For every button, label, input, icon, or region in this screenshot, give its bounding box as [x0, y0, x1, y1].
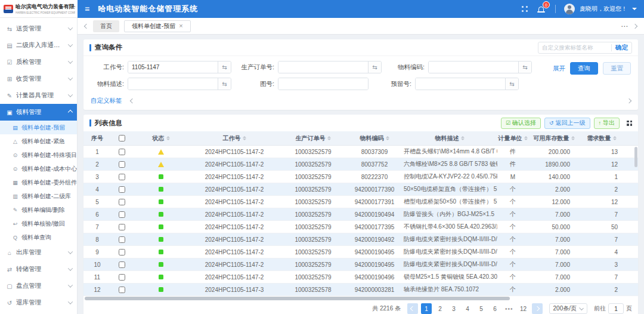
- tabs-scroll-left-icon[interactable]: [84, 23, 89, 28]
- column-header-unit[interactable]: 计量单位: [497, 131, 528, 145]
- page-size-select[interactable]: 200条/页: [549, 303, 587, 314]
- sidebar-item[interactable]: ▤二级库入库通知单: [0, 37, 77, 54]
- filter-icon[interactable]: ⇆: [218, 61, 231, 73]
- row-checkbox[interactable]: [119, 224, 125, 230]
- page-button[interactable]: 1: [421, 303, 432, 314]
- table-row[interactable]: 82024HPC1105-1147-2100032525799420001904…: [83, 233, 638, 246]
- cell-select[interactable]: [111, 246, 132, 258]
- pagination-ellipsis[interactable]: •••: [503, 303, 515, 314]
- sort-icon[interactable]: [524, 136, 528, 140]
- table-row[interactable]: 92024HPC1105-1147-2100032525799420001904…: [83, 246, 638, 258]
- sidebar-collapse-icon[interactable]: ≡: [85, 5, 89, 13]
- table-row[interactable]: 112024HPC1105-1147-210003252579942000190…: [83, 271, 638, 284]
- column-settings-icon[interactable]: [627, 121, 632, 126]
- 生产订单号-input[interactable]: [278, 61, 368, 73]
- sidebar-subitem[interactable]: Q领料单查询: [0, 230, 77, 244]
- column-header-select[interactable]: [111, 131, 132, 145]
- sidebar-subitem[interactable]: ✎领料单编辑/删除: [0, 203, 77, 217]
- next-page-button[interactable]: [532, 303, 543, 314]
- row-checkbox[interactable]: [119, 249, 125, 255]
- 物料描述-input[interactable]: [128, 78, 218, 90]
- sidebar-subitem[interactable]: ⊙领料单创建-成本中心: [0, 162, 77, 176]
- row-checkbox[interactable]: [119, 236, 125, 243]
- table-row[interactable]: 12024HPC1105-1147-21000325257980037309开槽…: [83, 146, 638, 158]
- table-row[interactable]: 102024HPC1105-1147-210003252579942000190…: [83, 258, 638, 271]
- table-row[interactable]: 62024HPC1105-1147-2100032525799420001904…: [83, 208, 638, 221]
- row-checkbox[interactable]: [119, 161, 125, 168]
- sidebar-item[interactable]: ⊞收货管理: [0, 70, 77, 87]
- sidebar-subitem[interactable]: ↩领料单核验/撤回: [0, 217, 77, 230]
- previous-page-button[interactable]: [407, 303, 418, 314]
- row-checkbox[interactable]: [119, 186, 125, 193]
- sidebar-item[interactable]: ⌂出库管理: [0, 244, 77, 261]
- user-greeting[interactable]: 庞晓明，欢迎您！: [580, 5, 627, 13]
- column-header-desc[interactable]: 物料描述: [402, 131, 497, 145]
- sidebar-item[interactable]: ✎计量器具管理: [0, 87, 77, 104]
- table-row[interactable]: 32024HPC1105-1147-21000325257980222370控制…: [83, 171, 638, 183]
- 预留号-input[interactable]: [416, 78, 505, 90]
- jump-page-input[interactable]: [608, 303, 624, 314]
- cell-select[interactable]: [111, 284, 132, 295]
- 物料编码-input[interactable]: [429, 61, 518, 73]
- sidebar-item[interactable]: ↺退库管理: [0, 294, 77, 311]
- table-row[interactable]: 52024HPC1105-1147-2100032525799420001773…: [83, 196, 638, 208]
- cell-select[interactable]: [111, 208, 132, 220]
- sort-icon[interactable]: [613, 136, 617, 140]
- back-button[interactable]: ↺ 返回上一级: [544, 118, 590, 129]
- page-button[interactable]: 6: [490, 303, 500, 314]
- cell-select[interactable]: [111, 258, 132, 270]
- reset-button[interactable]: 重置: [603, 62, 631, 75]
- close-icon[interactable]: ×: [179, 23, 182, 29]
- row-checkbox[interactable]: [119, 261, 125, 268]
- table-row[interactable]: 42024HPC1105-1147-2100032525799420001773…: [83, 183, 638, 196]
- tabs-scroll-right-icon[interactable]: [633, 23, 637, 28]
- cell-select[interactable]: [111, 183, 132, 195]
- confirm-button[interactable]: 确定: [615, 44, 628, 52]
- column-header-status[interactable]: 状态: [132, 131, 190, 145]
- sort-icon[interactable]: [461, 136, 465, 140]
- tab-home[interactable]: 首页: [93, 20, 119, 32]
- 工作号-input[interactable]: [128, 61, 218, 73]
- horizontal-scrollbar-thumb[interactable]: [85, 297, 510, 300]
- avatar[interactable]: [564, 4, 575, 14]
- confirm-select-button[interactable]: ☑ 确认选择: [501, 118, 541, 129]
- filter-icon[interactable]: ⇆: [368, 61, 381, 73]
- page-button[interactable]: 5: [476, 303, 487, 314]
- sidebar-item[interactable]: ⇆送货管理: [0, 20, 77, 37]
- page-button[interactable]: 4: [462, 303, 473, 314]
- fullscreen-icon[interactable]: [522, 6, 528, 12]
- sidebar-subitem[interactable]: ⊙领料单创建-特殊项目: [0, 148, 77, 162]
- page-button[interactable]: 2: [435, 303, 445, 314]
- sidebar-item[interactable]: ▣领料管理: [0, 104, 77, 121]
- column-header-code[interactable]: 物料编码: [347, 131, 402, 145]
- sort-icon[interactable]: [243, 136, 246, 140]
- column-header-demand[interactable]: 需求数量: [580, 131, 624, 145]
- sidebar-subitem[interactable]: ▦领料单创建-委外组件: [0, 176, 77, 189]
- table-row[interactable]: 72024HPC1105-1147-2100032525799420001773…: [83, 221, 638, 233]
- export-button[interactable]: ↑ 导出: [594, 118, 620, 129]
- cell-select[interactable]: [111, 171, 132, 183]
- row-checkbox[interactable]: [119, 287, 125, 293]
- custom-search-tag-input[interactable]: [542, 44, 608, 51]
- notification-bell[interactable]: 0: [536, 4, 547, 14]
- filter-icon[interactable]: ⇆: [505, 78, 518, 90]
- column-header-order_no[interactable]: 生产订单号: [279, 131, 347, 145]
- row-checkbox[interactable]: [119, 149, 125, 155]
- expand-link[interactable]: 展开: [553, 64, 565, 73]
- sort-icon[interactable]: [327, 136, 331, 140]
- vertical-scrollbar-thumb[interactable]: [634, 147, 637, 167]
- table-row[interactable]: 22024HPC1105-1147-21000325257980037752六角…: [83, 158, 638, 171]
- column-header-work_no[interactable]: 工作号: [190, 131, 279, 145]
- filter-icon[interactable]: ⇆: [218, 78, 231, 90]
- custom-tag-link[interactable]: 自定义标签: [91, 97, 122, 105]
- sort-icon[interactable]: [166, 136, 170, 140]
- row-checkbox[interactable]: [119, 199, 125, 205]
- sort-icon[interactable]: [386, 136, 389, 140]
- page-button[interactable]: 12: [518, 303, 529, 314]
- row-checkbox[interactable]: [119, 211, 125, 218]
- page-button[interactable]: 3: [448, 303, 459, 314]
- tags-scroll-left-icon[interactable]: [129, 98, 134, 103]
- cell-select[interactable]: [111, 196, 132, 208]
- column-header-avail[interactable]: 可用库存数量: [528, 131, 580, 145]
- filter-icon[interactable]: ⇆: [518, 61, 531, 73]
